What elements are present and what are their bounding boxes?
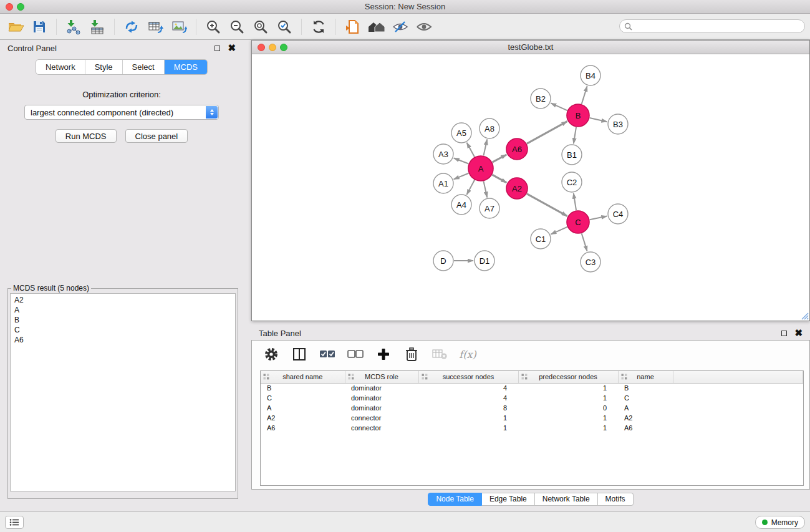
- tab-mcds[interactable]: MCDS: [165, 60, 207, 74]
- close-panel-icon[interactable]: ✖: [228, 44, 236, 52]
- close-table-panel-icon[interactable]: ✖: [794, 329, 803, 337]
- node-A5[interactable]: A5: [451, 123, 471, 143]
- table-export-button[interactable]: [143, 17, 167, 37]
- edge-A-A2[interactable]: [492, 175, 506, 183]
- resize-corner-icon[interactable]: [801, 312, 809, 320]
- table-row[interactable]: A6connector11A6: [261, 423, 803, 433]
- tab-edge-table[interactable]: Edge Table: [482, 493, 535, 506]
- node-C[interactable]: C: [567, 211, 589, 233]
- zoom-window-button[interactable]: [17, 3, 24, 11]
- node-B3[interactable]: B3: [608, 114, 628, 134]
- tab-style[interactable]: Style: [85, 60, 123, 74]
- column-header[interactable]: shared name: [261, 371, 345, 383]
- tab-network[interactable]: Network: [36, 60, 85, 74]
- tab-network-table[interactable]: Network Table: [535, 493, 598, 506]
- edge-B-B4[interactable]: [582, 86, 587, 104]
- node-A7[interactable]: A7: [480, 198, 499, 218]
- column-header[interactable]: successor nodes: [418, 371, 518, 383]
- edge-A2-C[interactable]: [527, 194, 567, 216]
- edge-A-A1[interactable]: [454, 173, 469, 180]
- result-item[interactable]: A2: [14, 295, 231, 305]
- edge-B-B3[interactable]: [590, 118, 607, 122]
- node-C1[interactable]: C1: [531, 229, 551, 249]
- select-all-button[interactable]: [319, 346, 336, 362]
- node-A1[interactable]: A1: [433, 173, 453, 193]
- network-window-titlebar[interactable]: testGlobe.txt: [252, 41, 809, 54]
- table-settings-button[interactable]: [263, 346, 280, 362]
- edge-A-A8[interactable]: [483, 140, 487, 156]
- deselect-all-button[interactable]: [347, 346, 364, 362]
- node-B2[interactable]: B2: [531, 89, 551, 109]
- edge-C-C4[interactable]: [590, 216, 607, 220]
- node-A4[interactable]: A4: [451, 195, 471, 215]
- image-export-button[interactable]: [167, 17, 191, 37]
- function-builder-button[interactable]: f(x): [459, 346, 476, 362]
- edge-B-B1[interactable]: [574, 127, 576, 143]
- node-C4[interactable]: C4: [608, 204, 628, 224]
- node-D1[interactable]: D1: [475, 251, 494, 271]
- node-B[interactable]: B: [567, 104, 589, 127]
- table-row[interactable]: Cdominator41C: [261, 393, 803, 403]
- tab-motifs[interactable]: Motifs: [598, 493, 634, 506]
- table-row[interactable]: Bdominator41B: [261, 383, 803, 393]
- node-A2[interactable]: A2: [506, 178, 528, 199]
- node-B4[interactable]: B4: [581, 65, 600, 85]
- save-session-button[interactable]: [27, 17, 51, 37]
- node-A[interactable]: A: [468, 156, 493, 181]
- tab-node-table[interactable]: Node Table: [428, 493, 482, 506]
- node-D[interactable]: D: [433, 251, 453, 271]
- edge-A-A7[interactable]: [483, 181, 487, 198]
- zoom-out-button[interactable]: [225, 17, 249, 37]
- result-item[interactable]: B: [14, 315, 231, 325]
- node-C2[interactable]: C2: [562, 172, 582, 192]
- close-window-button[interactable]: [6, 3, 13, 11]
- tab-select[interactable]: Select: [123, 60, 165, 74]
- show-panels-button[interactable]: [5, 516, 24, 529]
- home-button[interactable]: [365, 17, 388, 37]
- show-columns-button[interactable]: [291, 346, 308, 362]
- edge-A-A4[interactable]: [466, 180, 475, 195]
- network-graph[interactable]: B4B2BB3A5A8A6A3B1AC2A1A2A4A7C4CC1DD1C3: [252, 55, 809, 321]
- network-zoom-button[interactable]: [280, 44, 287, 51]
- network-canvas[interactable]: B4B2BB3A5A8A6A3B1AC2A1A2A4A7C4CC1DD1C3: [252, 55, 809, 321]
- result-item[interactable]: A6: [14, 335, 231, 345]
- table-row[interactable]: A2connector11A2: [261, 413, 803, 423]
- edge-C-C2[interactable]: [574, 193, 576, 210]
- result-item[interactable]: A: [14, 305, 231, 315]
- node-A6[interactable]: A6: [506, 138, 528, 160]
- zoom-in-button[interactable]: [201, 17, 225, 37]
- search-field[interactable]: [619, 19, 805, 33]
- delete-column-button[interactable]: [403, 346, 420, 362]
- memory-button[interactable]: Memory: [755, 516, 805, 529]
- edge-A-A5[interactable]: [467, 143, 475, 157]
- search-input[interactable]: [635, 22, 800, 31]
- import-table-button[interactable]: [85, 17, 109, 37]
- zoom-selected-button[interactable]: [272, 17, 296, 37]
- column-header[interactable]: predecessor nodes: [518, 371, 618, 383]
- close-panel-button[interactable]: Close panel: [125, 129, 188, 143]
- hide-annotations-button[interactable]: [388, 17, 412, 37]
- import-network-button[interactable]: [62, 17, 85, 37]
- edge-C-C3[interactable]: [582, 233, 587, 251]
- network-cycle-button[interactable]: [120, 17, 143, 37]
- open-session-button[interactable]: [4, 17, 27, 37]
- table-row[interactable]: Adominator80A: [261, 403, 803, 413]
- node-B1[interactable]: B1: [562, 145, 582, 165]
- edge-A-A6[interactable]: [493, 155, 507, 162]
- run-mcds-button[interactable]: Run MCDS: [55, 129, 117, 143]
- edge-A6-B[interactable]: [527, 122, 567, 144]
- float-panel-icon[interactable]: [215, 46, 220, 51]
- network-minimize-button[interactable]: [269, 44, 276, 51]
- edge-C-C1[interactable]: [551, 227, 567, 235]
- edge-B-B2[interactable]: [551, 103, 567, 110]
- column-header[interactable]: name: [618, 371, 673, 383]
- node-C3[interactable]: C3: [581, 252, 600, 272]
- result-item[interactable]: C: [14, 325, 231, 335]
- refresh-button[interactable]: [307, 17, 330, 37]
- create-column-button[interactable]: [375, 346, 392, 362]
- document-export-button[interactable]: [341, 17, 365, 37]
- node-A8[interactable]: A8: [480, 118, 499, 138]
- column-header[interactable]: MCDS role: [345, 371, 418, 383]
- show-graphics-button[interactable]: [412, 17, 436, 37]
- edge-A-A3[interactable]: [454, 158, 469, 163]
